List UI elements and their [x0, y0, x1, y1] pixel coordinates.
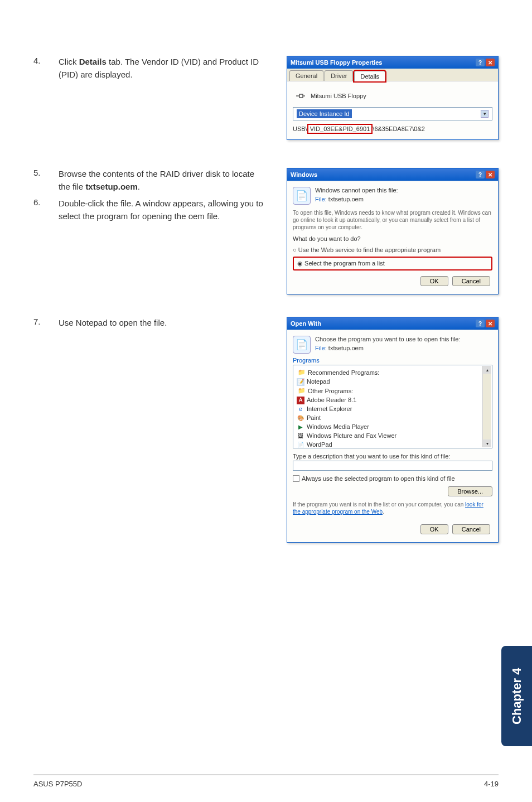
- dialog-title-bar: Open With ? ✕: [287, 317, 498, 330]
- help-button[interactable]: ?: [476, 59, 485, 66]
- scrollbar[interactable]: ▴ ▾: [482, 366, 491, 447]
- not-in-list-text: If the program you want is not in the li…: [293, 501, 492, 515]
- program-wpfv[interactable]: 🖼Windows Picture and Fax Viewer: [296, 431, 490, 440]
- radio-web-service[interactable]: ○ Use the Web service to find the approp…: [293, 244, 492, 255]
- dialog-title-bar: Windows ? ✕: [287, 168, 498, 181]
- open-with-dialog: Open With ? ✕ 📄 Choose the program you w…: [287, 317, 499, 543]
- program-adobe[interactable]: AAdobe Reader 8.1: [296, 395, 490, 404]
- browse-button[interactable]: Browse...: [448, 486, 492, 496]
- choose-text: Choose the program you want to use to op…: [315, 336, 461, 342]
- tab-row: General Driver Details: [287, 69, 498, 81]
- help-button[interactable]: ?: [476, 171, 485, 178]
- radio-select-from-list[interactable]: ◉ Select the program from a list: [293, 257, 492, 270]
- ok-button[interactable]: OK: [420, 276, 448, 286]
- description-input[interactable]: [293, 461, 492, 471]
- step-text: Double-click the file. A window appears,…: [59, 197, 275, 223]
- program-list[interactable]: 📁Recommended Programs: 📝Notepad 📁Other P…: [293, 365, 492, 448]
- close-button[interactable]: ✕: [486, 171, 495, 178]
- properties-dialog: Mitsumi USB Floppy Properties ? ✕ Genera…: [287, 56, 499, 140]
- dropdown-arrow-icon[interactable]: ▾: [481, 110, 489, 118]
- device-name: Mitsumi USB Floppy: [311, 93, 366, 99]
- step-number: 7.: [33, 317, 59, 543]
- program-notepad[interactable]: 📝Notepad: [296, 377, 490, 386]
- program-wmp[interactable]: ▶Windows Media Player: [296, 422, 490, 431]
- vid-pid-highlight: VID_03EE&PID_6901: [307, 124, 373, 134]
- close-button[interactable]: ✕: [486, 320, 495, 327]
- windows-dialog: Windows ? ✕ 📄 Windows cannot open this f…: [287, 168, 499, 294]
- program-ie[interactable]: eInternet Explorer: [296, 404, 490, 413]
- tab-general[interactable]: General: [289, 70, 323, 81]
- always-use-checkbox[interactable]: Always use the selected program to open …: [293, 475, 492, 482]
- file-icon: 📄: [293, 336, 311, 354]
- file-label: File:: [315, 345, 327, 351]
- step-text: Browse the contents of the RAID driver d…: [59, 168, 275, 193]
- programs-label: Programs: [293, 357, 492, 364]
- file-name: txtsetup.oem: [328, 196, 364, 202]
- step-number: 5.: [33, 168, 59, 193]
- tab-details[interactable]: Details: [354, 71, 385, 81]
- property-value: USB\VID_03EE&PID_6901\6&35EDA8E7\0&2: [293, 124, 492, 134]
- other-group: 📁Other Programs:: [296, 386, 490, 395]
- close-button[interactable]: ✕: [486, 59, 495, 66]
- program-wordpad[interactable]: 📄WordPad: [296, 440, 490, 448]
- footer-left: ASUS P7P55D: [33, 780, 82, 788]
- recommended-group: 📁Recommended Programs:: [296, 368, 490, 377]
- tab-driver[interactable]: Driver: [325, 70, 353, 81]
- property-selector[interactable]: Device Instance Id ▾: [293, 107, 492, 120]
- device-icon: [295, 91, 306, 100]
- program-paint[interactable]: 🎨Paint: [296, 413, 490, 422]
- step-text: Use Notepad to open the file.: [59, 317, 287, 543]
- help-button[interactable]: ?: [476, 320, 485, 327]
- description-label: Type a description that you want to use …: [293, 453, 492, 460]
- dialog-title-bar: Mitsumi USB Floppy Properties ? ✕: [287, 56, 498, 69]
- step-text: Click Details tab. The Vendor ID (VID) a…: [59, 56, 287, 140]
- chapter-tab: Chapter 4: [501, 646, 532, 746]
- file-name: txtsetup.oem: [328, 345, 364, 351]
- info-text: To open this file, Windows needs to know…: [293, 209, 492, 231]
- question-text: What do you want to do?: [293, 235, 492, 242]
- scroll-up-icon[interactable]: ▴: [483, 366, 491, 374]
- dialog-title: Open With: [291, 320, 321, 327]
- file-label: File:: [315, 196, 327, 202]
- ok-button[interactable]: OK: [420, 524, 448, 534]
- cannot-open-text: Windows cannot open this file:: [315, 187, 398, 194]
- step-number: 6.: [33, 197, 59, 223]
- file-icon: 📄: [293, 187, 311, 205]
- scroll-down-icon[interactable]: ▾: [483, 439, 491, 447]
- cancel-button[interactable]: Cancel: [452, 524, 490, 534]
- cancel-button[interactable]: Cancel: [452, 276, 490, 286]
- dialog-title: Windows: [291, 171, 317, 178]
- dialog-title: Mitsumi USB Floppy Properties: [291, 59, 382, 66]
- step-number: 4.: [33, 56, 59, 140]
- footer-page: 4-19: [484, 780, 499, 788]
